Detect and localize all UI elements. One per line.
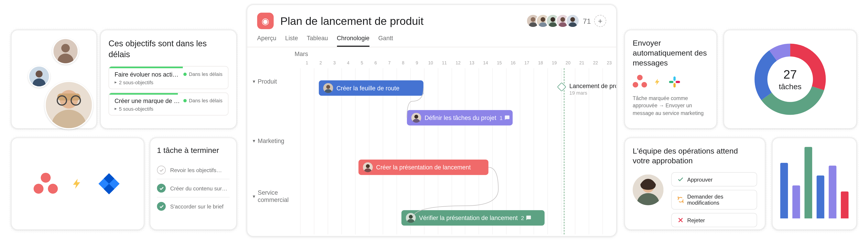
asana-icon bbox=[633, 74, 647, 89]
asana-icon bbox=[34, 172, 58, 196]
jira-icon bbox=[96, 171, 122, 197]
check-icon[interactable] bbox=[157, 184, 166, 193]
timeline-days: 1234567891011121314151617181920212223 bbox=[300, 61, 616, 68]
approval-card: L'équipe des opérations attend votre app… bbox=[624, 138, 765, 230]
task-row[interactable]: Revoir les objectifs… bbox=[157, 161, 230, 179]
svg-point-13 bbox=[530, 17, 535, 22]
bar bbox=[817, 175, 825, 218]
tab-gantt[interactable]: Gantt bbox=[378, 35, 393, 47]
objective-status: Dans les délais bbox=[183, 71, 222, 76]
check-icon[interactable] bbox=[157, 166, 166, 174]
svg-point-4 bbox=[36, 70, 43, 77]
comment-count: 1 bbox=[500, 115, 510, 121]
project-card: ◉ Plan de lancement de produit 71 + Aper… bbox=[247, 4, 617, 237]
milestone-label: Lancement de produit bbox=[569, 82, 617, 89]
timeline-section[interactable]: Produit bbox=[253, 78, 277, 85]
request-changes-button[interactable]: Demander des modifications bbox=[671, 190, 757, 210]
svg-rect-9 bbox=[57, 94, 80, 101]
reject-button[interactable]: Rejeter bbox=[671, 213, 757, 228]
task-bar[interactable]: Définir les tâches du projet 1 bbox=[407, 110, 513, 125]
task-label: S'accorder sur le brief bbox=[170, 203, 223, 209]
task-bar[interactable]: Vérifier la présentation de lancement 2 bbox=[401, 210, 545, 226]
svg-rect-39 bbox=[673, 76, 676, 81]
svg-point-25 bbox=[570, 17, 575, 22]
avatar bbox=[323, 83, 333, 93]
avatar bbox=[633, 175, 663, 205]
task-bar[interactable]: Créer la feuille de route bbox=[319, 80, 423, 96]
slack-icon bbox=[668, 75, 681, 88]
task-label: Revoir les objectifs… bbox=[170, 167, 222, 173]
avatar bbox=[44, 81, 93, 129]
add-member-button[interactable]: + bbox=[594, 15, 606, 27]
svg-point-22 bbox=[560, 17, 565, 22]
svg-point-1 bbox=[61, 44, 70, 53]
timeline-section[interactable]: Marketing bbox=[253, 138, 284, 144]
objective-title: Faire évoluer nos activités bbox=[115, 71, 180, 77]
task-bar-label: Vérifier la présentation de lancement bbox=[419, 214, 518, 221]
svg-rect-41 bbox=[673, 83, 676, 87]
comment-count: 2 bbox=[521, 215, 531, 221]
check-icon[interactable] bbox=[157, 202, 166, 211]
objective-title: Créer une marque de renommée… bbox=[115, 97, 180, 104]
svg-point-16 bbox=[540, 17, 545, 22]
task-bar[interactable]: Créer la présentation de lancement bbox=[359, 160, 489, 175]
bar bbox=[780, 163, 788, 218]
svg-point-31 bbox=[414, 115, 418, 118]
svg-point-37 bbox=[409, 215, 413, 219]
bolt-icon bbox=[71, 175, 83, 193]
task-label: Créer du contenu sur… bbox=[170, 185, 227, 191]
project-members[interactable]: 71 + bbox=[526, 14, 606, 28]
milestone-date: 19 mars bbox=[569, 90, 617, 96]
objective-status: Dans les délais bbox=[183, 98, 222, 103]
objectives-card: Ces objectifs sont dans les délais Faire… bbox=[100, 30, 237, 129]
donut-card: 27 tâches bbox=[723, 30, 857, 129]
task-row[interactable]: Créer du contenu sur… bbox=[157, 179, 230, 197]
bar bbox=[829, 166, 836, 218]
timeline-month: Mars bbox=[294, 50, 308, 57]
bar bbox=[792, 185, 800, 218]
bolt-icon bbox=[654, 76, 661, 88]
diamond-icon bbox=[557, 82, 566, 92]
tab-overview[interactable]: Aperçu bbox=[257, 35, 276, 47]
bar-chart-card bbox=[772, 138, 857, 230]
tasks-card: 1 tâche à terminer Revoir les objectifs…… bbox=[150, 138, 237, 230]
avatar bbox=[406, 213, 416, 223]
member-count: 71 bbox=[583, 17, 591, 25]
task-row[interactable]: S'accorder sur le brief bbox=[157, 197, 230, 215]
svg-point-19 bbox=[550, 17, 555, 22]
avatar bbox=[411, 113, 421, 123]
automation-heading: Envoyer automatiquement des messages bbox=[633, 38, 709, 68]
timeline-section[interactable]: Service commercial bbox=[253, 189, 297, 204]
automation-rule: Tâche marquée comme approuvée → Envoyer … bbox=[633, 94, 709, 117]
project-title: Plan de lancement de produit bbox=[280, 15, 519, 27]
tab-board[interactable]: Tableau bbox=[307, 35, 328, 47]
svg-rect-42 bbox=[676, 81, 680, 83]
objectives-heading: Ces objectifs sont dans les délais bbox=[108, 38, 228, 60]
svg-point-28 bbox=[326, 85, 330, 89]
svg-rect-40 bbox=[669, 81, 673, 83]
approve-button[interactable]: Approuver bbox=[671, 172, 757, 186]
tab-timeline[interactable]: Chronologie bbox=[337, 35, 370, 47]
project-tabs: Aperçu Liste Tableau Chronologie Gantt bbox=[247, 29, 616, 47]
bar bbox=[804, 147, 812, 218]
avatar bbox=[52, 38, 79, 64]
task-bar-label: Créer la feuille de route bbox=[336, 85, 399, 91]
objective-sub: 5 sous-objectifs bbox=[115, 106, 222, 111]
objective-item[interactable]: Faire évoluer nos activités Dans les dél… bbox=[108, 66, 228, 89]
avatar bbox=[28, 66, 50, 88]
avatar bbox=[565, 14, 580, 28]
svg-point-34 bbox=[366, 164, 370, 168]
project-icon: ◉ bbox=[257, 13, 274, 29]
timeline[interactable]: Mars 12345678910111213141516171819202122… bbox=[247, 47, 616, 234]
team-avatars-card bbox=[11, 30, 97, 129]
tab-list[interactable]: Liste bbox=[285, 35, 298, 47]
task-bar-label: Créer la présentation de lancement bbox=[376, 164, 471, 171]
donut-value: 27 bbox=[783, 68, 797, 82]
integration-card bbox=[11, 138, 145, 230]
avatar bbox=[363, 162, 373, 172]
donut-label: tâches bbox=[779, 82, 801, 91]
task-bar-label: Définir les tâches du projet bbox=[425, 114, 496, 121]
bar bbox=[841, 191, 848, 218]
objective-item[interactable]: Créer une marque de renommée… Dans les d… bbox=[108, 92, 228, 115]
milestone[interactable]: Lancement de produit 19 mars bbox=[558, 83, 617, 96]
